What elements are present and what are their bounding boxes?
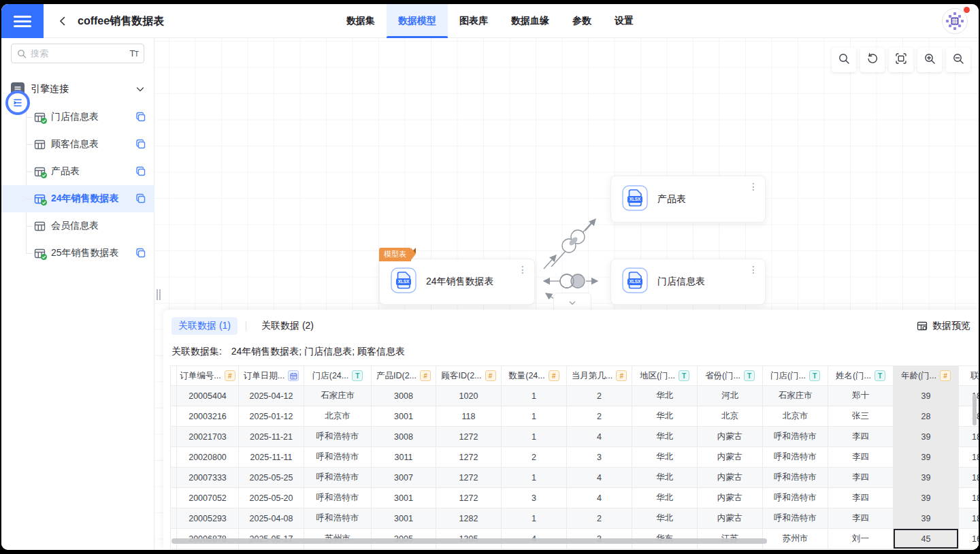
table-cell[interactable]: 华北 [632,427,698,447]
table-cell[interactable]: 李四 [828,427,894,447]
table-cell[interactable]: 刘一 [828,529,894,549]
node-menu-icon[interactable]: ⋮ [749,183,758,190]
table-cell[interactable]: 2025-11-11 [239,447,304,468]
table-cell[interactable]: 李四 [828,508,894,529]
table-cell[interactable]: 188 [959,468,979,488]
table-cell[interactable]: 20007333 [177,468,239,488]
column-header-5[interactable]: 数量(24...# [502,365,567,386]
column-header-12[interactable]: 联系 [959,365,979,386]
table-cell[interactable]: 188 [959,488,979,508]
column-header-8[interactable]: 省份(门...T [698,365,763,386]
table-cell[interactable]: 3 [567,447,632,468]
table-cell[interactable]: 郑十 [828,386,894,406]
text-filter-icon[interactable]: TT [129,48,138,59]
table-cell[interactable]: 20005404 [177,386,239,406]
node-menu-icon[interactable]: ⋮ [518,266,527,273]
table-cell[interactable]: 3011 [372,447,436,468]
collapse-sidebar-button[interactable] [5,91,30,115]
table-cell[interactable]: 118 [436,406,502,427]
table-cell[interactable]: 1272 [436,447,502,468]
table-cell[interactable]: 呼和浩特市 [304,508,372,529]
fit-button[interactable] [889,48,913,72]
column-header-11[interactable]: 年龄(门...# [894,365,959,386]
table-cell[interactable]: 呼和浩特市 [763,508,828,529]
column-header-7[interactable]: 地区(门...T [632,365,698,386]
table-cell[interactable]: 内蒙古 [698,427,763,447]
column-header-6[interactable]: 当月第几...# [567,365,632,386]
sidebar-item-3[interactable]: 24年销售数据表 [1,185,154,212]
table-cell[interactable]: 2025-01-12 [239,406,304,427]
table-cell[interactable]: 39 [894,488,959,508]
copy-icon[interactable] [135,112,146,123]
sidebar-item-4[interactable]: 会员信息表 [1,212,154,240]
column-header-9[interactable]: 门店(门...T [763,365,828,386]
table-cell[interactable]: 1 [502,427,567,447]
table-cell[interactable]: 呼和浩特市 [304,447,372,468]
table-cell[interactable]: 39 [894,427,959,447]
column-header-1[interactable]: 订单日期... [239,365,304,386]
hamburger-menu-button[interactable] [1,4,44,38]
table-cell[interactable]: 39 [894,468,959,488]
column-header-4[interactable]: 顾客ID(2...# [436,365,502,386]
table-cell[interactable]: 呼和浩特市 [763,488,828,508]
tab-1[interactable]: 数据模型 [387,4,448,38]
table-cell[interactable]: 160 [959,529,979,549]
table-cell[interactable]: 3007 [372,468,436,488]
table-cell[interactable]: 45 [894,529,959,549]
table-cell[interactable]: 3001 [372,508,436,529]
table-cell[interactable]: 呼和浩特市 [763,468,828,488]
reset-button[interactable] [860,48,885,72]
tab-2[interactable]: 图表库 [448,4,500,38]
table-cell[interactable]: 呼和浩特市 [763,447,828,468]
table-cell[interactable]: 39 [894,447,959,468]
table-cell[interactable]: 2 [567,508,632,529]
table-cell[interactable]: 北京市 [304,406,372,427]
table-cell[interactable]: 华北 [632,406,698,427]
table-cell[interactable]: 188 [959,427,979,447]
table-cell[interactable]: 内蒙古 [698,508,763,529]
table-cell[interactable]: 李四 [828,488,894,508]
table-cell[interactable]: 石家庄市 [763,386,828,406]
table-cell[interactable]: 4 [567,468,632,488]
panel-tab-0[interactable]: 关联数据 (1) [172,317,238,335]
table-cell[interactable]: 华北 [632,488,698,508]
table-cell[interactable]: 1282 [436,508,502,529]
model-node-2[interactable]: XLSX门店信息表⋮ [610,259,766,305]
table-cell[interactable]: 28 [894,406,959,427]
vertical-scrollbar[interactable] [973,394,977,425]
table-cell[interactable]: 1020 [436,386,502,406]
table-cell[interactable]: 3001 [372,406,436,427]
table-cell[interactable]: 华北 [632,508,698,529]
back-button[interactable] [54,13,71,29]
table-cell[interactable]: 3001 [372,488,436,508]
copy-icon[interactable] [135,166,146,177]
sidebar-item-5[interactable]: 25年销售数据表 [1,240,154,267]
sidebar-item-2[interactable]: 产品表 [1,158,154,185]
table-cell[interactable]: 河北 [698,386,763,406]
horizontal-scrollbar[interactable] [172,538,767,544]
table-cell[interactable]: 2025-11-21 [239,427,304,447]
model-node-1[interactable]: XLSX24年销售数据表⋮ [379,259,535,305]
table-cell[interactable]: 4 [567,427,632,447]
table-cell[interactable]: 华北 [632,468,698,488]
model-node-0[interactable]: XLSX产品表⋮ [610,176,766,223]
table-cell[interactable]: 2025-05-20 [239,488,304,508]
table-cell[interactable]: 内蒙古 [698,488,763,508]
table-cell[interactable]: 39 [894,508,959,529]
table-cell[interactable]: 20020800 [177,447,239,468]
table-cell[interactable]: 188 [959,508,979,529]
zoom-in-button[interactable] [917,48,942,72]
column-header-2[interactable]: 门店(24...T [304,365,372,386]
chevron-down-icon[interactable] [135,84,145,94]
table-cell[interactable]: 20021703 [177,427,239,447]
table-cell[interactable]: 2 [502,447,567,468]
table-cell[interactable]: 呼和浩特市 [304,427,372,447]
sidebar-item-1[interactable]: 顾客信息表 [1,131,154,158]
table-cell[interactable]: 1272 [436,427,502,447]
search-input[interactable] [31,48,125,59]
copy-icon[interactable] [135,193,146,204]
table-cell[interactable]: 内蒙古 [698,468,763,488]
table-cell[interactable]: 北京 [698,406,763,427]
node-menu-icon[interactable]: ⋮ [749,266,758,273]
tab-0[interactable]: 数据集 [335,4,387,38]
